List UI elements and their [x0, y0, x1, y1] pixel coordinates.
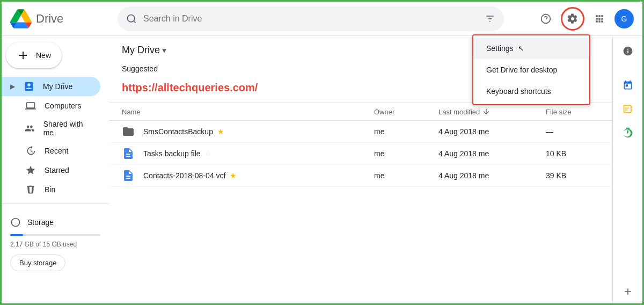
- sidebar-item-computers[interactable]: Computers: [2, 96, 100, 115]
- sidebar: New ▶ My Drive Computers Shared with me: [2, 36, 109, 305]
- file-name-area: Tasks backup file ☆: [143, 149, 374, 158]
- file-modified: 4 Aug 2018 me: [438, 171, 546, 180]
- col-header-modified: Last modified: [438, 107, 546, 116]
- file-name-area: SmsContactsBackup ★: [143, 127, 374, 136]
- new-label: New: [36, 51, 51, 60]
- search-icon: [126, 13, 137, 24]
- dropdown-item-shortcuts[interactable]: Keyboard shortcuts: [473, 81, 589, 102]
- gear-icon: [567, 13, 578, 24]
- sidebar-item-shared[interactable]: Shared with me: [2, 115, 100, 141]
- sidebar-item-label: My Drive: [43, 82, 72, 91]
- file-name: Tasks backup file: [143, 149, 201, 158]
- storage-used-text: 2.17 GB of 15 GB used: [10, 241, 100, 248]
- dropdown-item-settings[interactable]: Settings ↖: [473, 38, 589, 59]
- doc-icon: [122, 147, 135, 160]
- bin-icon: [25, 184, 36, 195]
- table-header: Name Owner Last modified File size: [109, 103, 612, 121]
- dropdown-item-get-drive[interactable]: Get Drive for desktop: [473, 59, 589, 81]
- svg-point-0: [128, 14, 135, 21]
- tasks-icon: [623, 104, 633, 114]
- settings-dropdown: Settings ↖ Get Drive for desktop Keyboar…: [472, 34, 590, 105]
- storage-bar: [10, 234, 100, 236]
- computers-icon: [25, 100, 36, 111]
- app-header: Drive G: [2, 2, 642, 36]
- avatar[interactable]: G: [614, 9, 634, 28]
- logo-area: Drive: [10, 8, 118, 30]
- files-list: SmsContactsBackup ★ me 4 Aug 2018 me — T…: [109, 121, 612, 187]
- sidebar-item-recent[interactable]: Recent: [2, 141, 100, 161]
- sidebar-item-bin[interactable]: Bin: [2, 180, 100, 199]
- google-drive-logo: [10, 8, 32, 30]
- file-modified: 4 Aug 2018 me: [438, 149, 546, 158]
- sidebar-item-label: Shared with me: [43, 120, 92, 137]
- calendar-button[interactable]: [617, 75, 639, 96]
- svg-line-1: [134, 20, 136, 23]
- keep-icon: [623, 127, 633, 138]
- settings-label: Settings: [486, 44, 514, 53]
- info-icon: [623, 46, 633, 56]
- file-size: —: [546, 127, 599, 136]
- new-button[interactable]: New: [6, 42, 62, 68]
- filter-icon[interactable]: [485, 13, 495, 24]
- sidebar-item-starred[interactable]: Starred: [2, 161, 100, 180]
- star-icon[interactable]: ★: [230, 171, 237, 180]
- search-input[interactable]: [143, 14, 474, 24]
- help-icon: [540, 13, 551, 24]
- breadcrumb-text[interactable]: My Drive: [122, 45, 160, 56]
- file-size: 39 KB: [546, 171, 599, 180]
- cursor-indicator: ↖: [518, 44, 524, 53]
- header-right: G: [535, 7, 634, 31]
- keep-button[interactable]: [617, 122, 639, 143]
- sidebar-item-my-drive[interactable]: ▶ My Drive: [2, 77, 100, 96]
- settings-button[interactable]: [561, 7, 584, 31]
- file-owner: me: [374, 171, 438, 180]
- get-drive-label: Get Drive for desktop: [486, 66, 557, 74]
- tasks-button[interactable]: [617, 98, 639, 120]
- buy-storage-button[interactable]: Buy storage: [10, 255, 65, 271]
- apps-icon: [594, 13, 605, 24]
- add-icon: [623, 286, 633, 297]
- apps-button[interactable]: [589, 8, 610, 30]
- table-row[interactable]: SmsContactsBackup ★ me 4 Aug 2018 me —: [109, 121, 612, 143]
- app-name: Drive: [36, 12, 63, 26]
- search-area: [118, 6, 535, 31]
- file-name-area: Contacts-2018-08-04.vcf ★: [143, 171, 374, 180]
- add-plugin-button[interactable]: [617, 281, 639, 302]
- starred-icon: [25, 165, 36, 176]
- col-header-owner: Owner: [374, 108, 438, 116]
- plus-icon: [17, 49, 30, 62]
- breadcrumb: My Drive ▾: [122, 45, 166, 56]
- col-header-size: File size: [546, 108, 599, 116]
- storage-bar-fill: [10, 234, 23, 236]
- sidebar-item-label: Computers: [45, 101, 81, 110]
- storage-section: Storage 2.17 GB of 15 GB used Buy storag…: [2, 208, 109, 280]
- breadcrumb-arrow: ▾: [162, 45, 166, 55]
- expand-arrow: ▶: [10, 83, 15, 90]
- sidebar-item-label: Recent: [45, 147, 68, 155]
- table-row[interactable]: Contacts-2018-08-04.vcf ★ me 4 Aug 2018 …: [109, 165, 612, 187]
- table-row[interactable]: Tasks backup file ☆ me 4 Aug 2018 me 10 …: [109, 143, 612, 165]
- file-owner: me: [374, 127, 438, 136]
- folder-icon: [122, 125, 135, 138]
- storage-icon: [10, 217, 21, 228]
- search-box[interactable]: [118, 6, 504, 31]
- sidebar-item-label: Bin: [45, 185, 55, 194]
- sort-icon[interactable]: [482, 107, 491, 116]
- vcf-icon: [122, 169, 135, 182]
- recent-icon: [25, 146, 36, 156]
- storage-label: Storage: [27, 218, 54, 227]
- modified-label: Last modified: [438, 108, 480, 116]
- shortcuts-label: Keyboard shortcuts: [486, 87, 551, 96]
- right-panel: [612, 36, 642, 305]
- shared-icon: [25, 123, 35, 134]
- file-name: Contacts-2018-08-04.vcf: [143, 171, 225, 180]
- info-button[interactable]: [617, 40, 639, 62]
- sidebar-item-label: Starred: [45, 166, 69, 175]
- help-button[interactable]: [535, 8, 557, 30]
- file-modified: 4 Aug 2018 me: [438, 127, 546, 136]
- file-name: SmsContactsBackup: [143, 127, 213, 136]
- star-icon[interactable]: ★: [217, 127, 224, 136]
- file-owner: me: [374, 149, 438, 158]
- col-header-name: Name: [122, 108, 374, 116]
- star-empty-icon[interactable]: ☆: [205, 149, 212, 158]
